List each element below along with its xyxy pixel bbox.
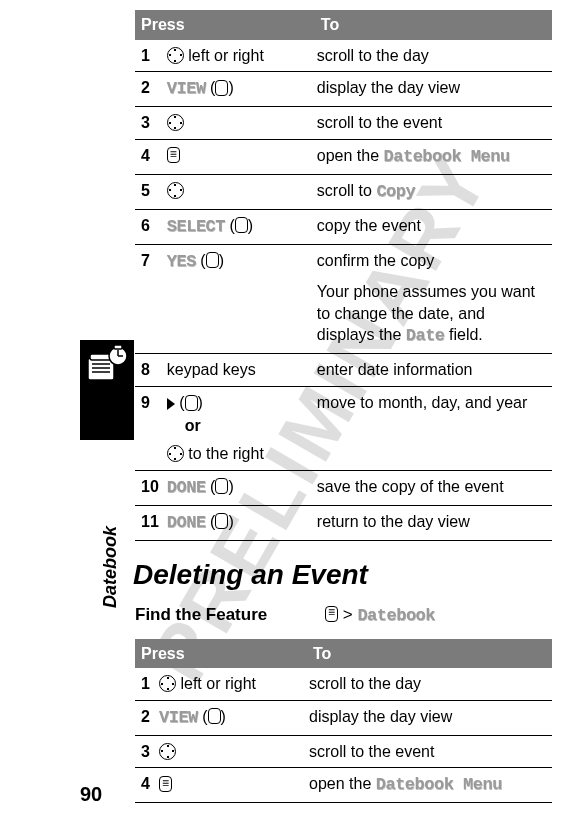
step-num: 1 — [135, 668, 157, 700]
to-cell: open the Datebook Menu — [315, 139, 552, 174]
to-cell: scroll to the event — [315, 107, 552, 140]
press-cell: VIEW () — [157, 700, 307, 735]
header-press: Press — [135, 639, 307, 669]
ui-label: Copy — [376, 182, 415, 201]
softkey-icon — [206, 252, 219, 268]
table-row: 4 open the Datebook Menu — [135, 139, 552, 174]
to-cell: scroll to the day — [307, 668, 552, 700]
or-text: or — [167, 413, 309, 443]
ui-label: DONE — [167, 513, 206, 532]
datebook-icon — [80, 340, 134, 440]
press-cell: () or to the right — [165, 386, 315, 470]
press-text: left or right — [176, 675, 256, 692]
table-row: 3 scroll to the event — [135, 735, 552, 768]
to-cell: confirm the copy Your phone assumes you … — [315, 244, 552, 354]
table-row: 5 scroll to Copy — [135, 174, 552, 209]
steps-table-2: Press To 1 left or right scroll to the d… — [135, 639, 552, 804]
menu-icon — [167, 147, 180, 163]
to-cell: return to the day view — [315, 505, 552, 540]
step-num: 4 — [135, 139, 165, 174]
header-to: To — [315, 10, 552, 40]
to-text-2b: field. — [445, 326, 483, 343]
press-cell — [165, 107, 315, 140]
nav-icon — [159, 743, 176, 760]
sidebar: Datebook — [80, 340, 134, 440]
step-num: 1 — [135, 40, 165, 72]
softkey-icon — [215, 80, 228, 96]
header-to: To — [307, 639, 552, 669]
step-num: 4 — [135, 768, 157, 803]
ui-label: Date — [406, 326, 445, 345]
table-row: 2 VIEW () display the day view — [135, 700, 552, 735]
ui-label: Datebook Menu — [384, 147, 510, 166]
to-cell: move to month, day, and year — [315, 386, 552, 470]
softkey-icon — [215, 478, 228, 494]
press-cell: VIEW () — [165, 72, 315, 107]
ui-label: SELECT — [167, 217, 225, 236]
step-num: 8 — [135, 354, 165, 387]
softkey-icon — [215, 513, 228, 529]
to-cell: copy the event — [315, 209, 552, 244]
table-row: 10 DONE () save the copy of the event — [135, 470, 552, 505]
ui-label: Datebook Menu — [376, 775, 502, 794]
softkey-icon — [185, 395, 198, 411]
to-cell: display the day view — [315, 72, 552, 107]
table-row: 6 SELECT () copy the event — [135, 209, 552, 244]
table-row: 1 left or right scroll to the day — [135, 40, 552, 72]
step-num: 3 — [135, 735, 157, 768]
step-num: 10 — [135, 470, 165, 505]
ui-label: VIEW — [159, 708, 198, 727]
steps-table-1: Press To 1 left or right scroll to the d… — [135, 10, 552, 541]
press-cell — [165, 139, 315, 174]
to-cell: scroll to Copy — [315, 174, 552, 209]
step-num: 3 — [135, 107, 165, 140]
press-text: left or right — [184, 47, 264, 64]
table-header: Press To — [135, 10, 552, 40]
step-num: 2 — [135, 700, 157, 735]
to-text: open the — [317, 147, 384, 164]
press-cell: left or right — [157, 668, 307, 700]
menu-icon — [325, 606, 338, 622]
table-row: 3 scroll to the event — [135, 107, 552, 140]
table-row: 7 YES () confirm the copy Your phone ass… — [135, 244, 552, 354]
step-num: 7 — [135, 244, 165, 354]
step-num: 2 — [135, 72, 165, 107]
separator: > — [338, 605, 357, 624]
nav-icon — [167, 445, 184, 462]
table-row: 1 left or right scroll to the day — [135, 668, 552, 700]
press-cell — [157, 735, 307, 768]
to-cell: save the copy of the event — [315, 470, 552, 505]
softkey-icon — [235, 217, 248, 233]
ui-label: VIEW — [167, 79, 206, 98]
press-cell: left or right — [165, 40, 315, 72]
press-cell: DONE () — [165, 470, 315, 505]
press-cell — [165, 174, 315, 209]
find-feature-row: Find the Feature > Datebook — [135, 605, 552, 625]
nav-icon — [167, 47, 184, 64]
to-cell: scroll to the day — [315, 40, 552, 72]
step-num: 6 — [135, 209, 165, 244]
to-cell: enter date information — [315, 354, 552, 387]
table-row: 4 open the Datebook Menu — [135, 768, 552, 803]
to-text: scroll to — [317, 182, 377, 199]
to-text: confirm the copy — [317, 250, 546, 272]
ui-label: DONE — [167, 478, 206, 497]
to-cell: display the day view — [307, 700, 552, 735]
table-row: 9 () or to the right move to month, day,… — [135, 386, 552, 470]
press-text: to the right — [184, 445, 264, 462]
table-row: 8 keypad keys enter date information — [135, 354, 552, 387]
ui-label: YES — [167, 252, 196, 271]
press-cell — [157, 768, 307, 803]
table-header: Press To — [135, 639, 552, 669]
press-cell: YES () — [165, 244, 315, 354]
nav-icon — [167, 182, 184, 199]
to-cell: scroll to the event — [307, 735, 552, 768]
to-text: open the — [309, 775, 376, 792]
step-num: 11 — [135, 505, 165, 540]
right-triangle-icon — [167, 398, 175, 410]
step-num: 5 — [135, 174, 165, 209]
press-cell: DONE () — [165, 505, 315, 540]
table-row: 11 DONE () return to the day view — [135, 505, 552, 540]
to-cell: open the Datebook Menu — [307, 768, 552, 803]
find-feature-value: > Datebook — [325, 605, 435, 625]
